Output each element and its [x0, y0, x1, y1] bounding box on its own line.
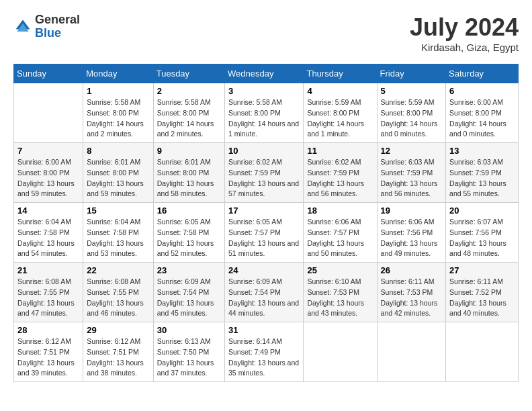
day-info: Sunrise: 5:58 AMSunset: 8:00 PMDaylight:… [228, 97, 300, 140]
day-number: 9 [157, 146, 221, 156]
day-number: 15 [87, 205, 149, 216]
day-number: 23 [157, 265, 221, 275]
header-wednesday: Wednesday [225, 64, 304, 83]
day-info: Sunrise: 6:05 AMSunset: 7:58 PMDaylight:… [157, 217, 221, 259]
calendar-cell: 18Sunrise: 6:06 AMSunset: 7:57 PMDayligh… [304, 203, 377, 263]
calendar-cell: 8Sunrise: 6:01 AMSunset: 8:00 PMDaylight… [83, 143, 153, 203]
day-number: 19 [381, 205, 443, 216]
day-number: 6 [449, 86, 515, 96]
calendar-cell: 21Sunrise: 6:08 AMSunset: 7:55 PMDayligh… [14, 263, 83, 322]
page-header: General Blue July 2024 Kirdasah, Giza, E… [13, 13, 519, 53]
calendar-cell: 26Sunrise: 6:11 AMSunset: 7:53 PMDayligh… [377, 263, 446, 322]
day-number: 13 [449, 146, 515, 156]
day-number: 31 [228, 325, 300, 335]
header-monday: Monday [83, 64, 153, 83]
calendar-cell: 17Sunrise: 6:05 AMSunset: 7:57 PMDayligh… [225, 203, 304, 263]
calendar-body: 1Sunrise: 5:58 AMSunset: 8:00 PMDaylight… [14, 83, 519, 382]
day-number: 25 [307, 265, 373, 275]
day-info: Sunrise: 6:08 AMSunset: 7:55 PMDaylight:… [87, 277, 149, 319]
calendar-cell: 10Sunrise: 6:02 AMSunset: 7:59 PMDayligh… [225, 143, 304, 203]
day-info: Sunrise: 5:59 AMSunset: 8:00 PMDaylight:… [307, 97, 373, 140]
day-info: Sunrise: 6:09 AMSunset: 7:54 PMDaylight:… [157, 277, 221, 319]
day-number: 28 [17, 325, 79, 335]
day-number: 16 [157, 205, 221, 216]
day-number: 8 [87, 146, 149, 156]
calendar-cell: 15Sunrise: 6:04 AMSunset: 7:58 PMDayligh… [83, 203, 153, 263]
day-info: Sunrise: 5:58 AMSunset: 8:00 PMDaylight:… [87, 97, 149, 140]
calendar-cell: 30Sunrise: 6:13 AMSunset: 7:50 PMDayligh… [153, 322, 224, 382]
calendar-cell: 31Sunrise: 6:14 AMSunset: 7:49 PMDayligh… [225, 322, 304, 382]
day-number: 24 [228, 265, 300, 275]
header-thursday: Thursday [304, 64, 377, 83]
day-number: 11 [307, 146, 373, 156]
calendar-cell: 19Sunrise: 6:06 AMSunset: 7:56 PMDayligh… [377, 203, 446, 263]
calendar-cell: 29Sunrise: 6:12 AMSunset: 7:51 PMDayligh… [83, 322, 153, 382]
day-info: Sunrise: 6:02 AMSunset: 7:59 PMDaylight:… [307, 157, 373, 199]
calendar-cell [14, 83, 83, 143]
day-info: Sunrise: 6:07 AMSunset: 7:56 PMDaylight:… [449, 217, 515, 259]
header-tuesday: Tuesday [153, 64, 224, 83]
day-number: 7 [17, 146, 79, 156]
calendar-cell: 13Sunrise: 6:03 AMSunset: 7:59 PMDayligh… [446, 143, 519, 203]
calendar-cell: 23Sunrise: 6:09 AMSunset: 7:54 PMDayligh… [153, 263, 224, 322]
calendar-cell [377, 322, 446, 382]
calendar-header: Sunday Monday Tuesday Wednesday Thursday… [14, 64, 519, 83]
calendar-cell: 5Sunrise: 5:59 AMSunset: 8:00 PMDaylight… [377, 83, 446, 143]
day-number: 2 [157, 86, 221, 96]
day-number: 27 [449, 265, 515, 275]
calendar-week-5: 28Sunrise: 6:12 AMSunset: 7:51 PMDayligh… [14, 322, 519, 382]
day-info: Sunrise: 6:06 AMSunset: 7:56 PMDaylight:… [381, 217, 443, 259]
day-info: Sunrise: 6:12 AMSunset: 7:51 PMDaylight:… [87, 336, 149, 379]
calendar-cell [446, 322, 519, 382]
calendar-cell [304, 322, 377, 382]
day-number: 12 [381, 146, 443, 156]
day-info: Sunrise: 6:12 AMSunset: 7:51 PMDaylight:… [17, 336, 79, 379]
calendar-week-1: 1Sunrise: 5:58 AMSunset: 8:00 PMDaylight… [14, 83, 519, 143]
calendar-cell: 12Sunrise: 6:03 AMSunset: 7:59 PMDayligh… [377, 143, 446, 203]
day-info: Sunrise: 6:08 AMSunset: 7:55 PMDaylight:… [17, 277, 79, 319]
calendar-cell: 11Sunrise: 6:02 AMSunset: 7:59 PMDayligh… [304, 143, 377, 203]
day-info: Sunrise: 6:03 AMSunset: 7:59 PMDaylight:… [449, 157, 515, 199]
header-saturday: Saturday [446, 64, 519, 83]
day-number: 22 [87, 265, 149, 275]
logo-general: General [35, 13, 80, 27]
calendar-cell: 14Sunrise: 6:04 AMSunset: 7:58 PMDayligh… [14, 203, 83, 263]
day-info: Sunrise: 6:11 AMSunset: 7:52 PMDaylight:… [449, 277, 515, 319]
calendar-cell: 7Sunrise: 6:00 AMSunset: 8:00 PMDaylight… [14, 143, 83, 203]
calendar-week-4: 21Sunrise: 6:08 AMSunset: 7:55 PMDayligh… [14, 263, 519, 322]
calendar-table: Sunday Monday Tuesday Wednesday Thursday… [13, 64, 519, 382]
calendar-cell: 6Sunrise: 6:00 AMSunset: 8:00 PMDaylight… [446, 83, 519, 143]
day-number: 29 [87, 325, 149, 335]
calendar-cell: 3Sunrise: 5:58 AMSunset: 8:00 PMDaylight… [225, 83, 304, 143]
header-sunday: Sunday [14, 64, 83, 83]
calendar-week-3: 14Sunrise: 6:04 AMSunset: 7:58 PMDayligh… [14, 203, 519, 263]
calendar-subtitle: Kirdasah, Giza, Egypt [410, 42, 519, 53]
day-number: 30 [157, 325, 221, 335]
day-number: 10 [228, 146, 300, 156]
calendar-cell: 4Sunrise: 5:59 AMSunset: 8:00 PMDaylight… [304, 83, 377, 143]
calendar-cell: 25Sunrise: 6:10 AMSunset: 7:53 PMDayligh… [304, 263, 377, 322]
day-info: Sunrise: 6:10 AMSunset: 7:53 PMDaylight:… [307, 277, 373, 319]
calendar-cell: 2Sunrise: 5:58 AMSunset: 8:00 PMDaylight… [153, 83, 224, 143]
calendar-cell: 22Sunrise: 6:08 AMSunset: 7:55 PMDayligh… [83, 263, 153, 322]
calendar-cell: 27Sunrise: 6:11 AMSunset: 7:52 PMDayligh… [446, 263, 519, 322]
calendar-cell: 20Sunrise: 6:07 AMSunset: 7:56 PMDayligh… [446, 203, 519, 263]
day-info: Sunrise: 6:00 AMSunset: 8:00 PMDaylight:… [17, 157, 79, 199]
title-area: July 2024 Kirdasah, Giza, Egypt [410, 13, 519, 53]
header-friday: Friday [377, 64, 446, 83]
logo-blue: Blue [35, 27, 80, 40]
day-number: 1 [87, 86, 149, 96]
day-number: 21 [17, 265, 79, 275]
calendar-cell: 1Sunrise: 5:58 AMSunset: 8:00 PMDaylight… [83, 83, 153, 143]
day-info: Sunrise: 5:59 AMSunset: 8:00 PMDaylight:… [381, 97, 443, 140]
day-info: Sunrise: 6:11 AMSunset: 7:53 PMDaylight:… [381, 277, 443, 319]
day-info: Sunrise: 6:03 AMSunset: 7:59 PMDaylight:… [381, 157, 443, 199]
logo: General Blue [13, 13, 80, 40]
calendar-cell: 28Sunrise: 6:12 AMSunset: 7:51 PMDayligh… [14, 322, 83, 382]
calendar-cell: 16Sunrise: 6:05 AMSunset: 7:58 PMDayligh… [153, 203, 224, 263]
day-info: Sunrise: 6:09 AMSunset: 7:54 PMDaylight:… [228, 277, 300, 319]
day-number: 4 [307, 86, 373, 96]
logo-icon [13, 17, 32, 36]
calendar-cell: 24Sunrise: 6:09 AMSunset: 7:54 PMDayligh… [225, 263, 304, 322]
day-info: Sunrise: 6:06 AMSunset: 7:57 PMDaylight:… [307, 217, 373, 259]
